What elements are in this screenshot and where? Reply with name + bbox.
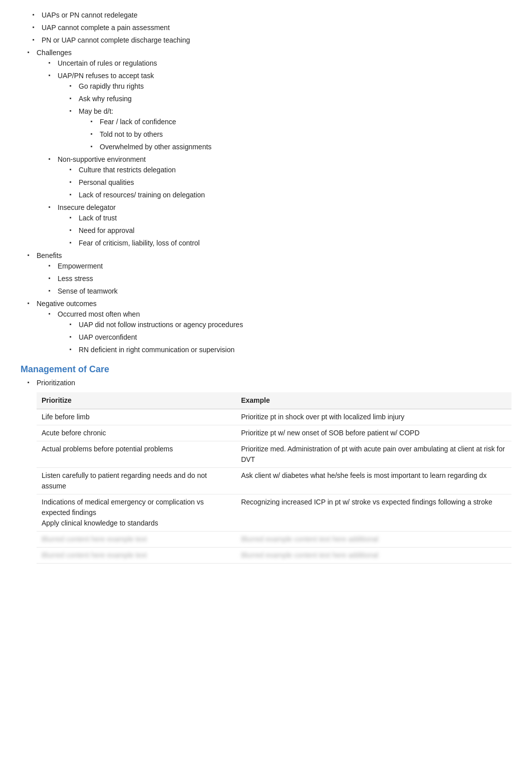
challenges-section: Challenges Uncertain of rules or regulat… xyxy=(21,48,511,248)
table-cell: Blurred content here example text xyxy=(37,548,236,564)
list-item: Ask why refusing xyxy=(68,94,511,104)
table-col2-header: Example xyxy=(236,392,511,409)
sub-list: Lack of trust Need for approval Fear of … xyxy=(58,213,511,248)
table-row: Indications of medical emergency or comp… xyxy=(37,494,511,532)
challenges-heading-item: Challenges Uncertain of rules or regulat… xyxy=(26,48,511,248)
list-item: Lack of resources/ training on delegatio… xyxy=(68,190,511,200)
list-item: May be d/t: Fear / lack of confidence To… xyxy=(68,106,511,152)
list-item: Less stress xyxy=(47,274,511,284)
list-item: Uncertain of rules or regulations xyxy=(47,58,511,69)
list-item: Occurred most often when UAP did not fol… xyxy=(47,309,511,355)
list-item: UAP/PN refuses to accept task Go rapidly… xyxy=(47,71,511,152)
prioritization-item: Prioritization Prioritize Example Life b… xyxy=(26,378,511,564)
table-cell: Recognizing increased ICP in pt w/ strok… xyxy=(236,494,511,532)
table-cell: Indications of medical emergency or comp… xyxy=(37,494,236,532)
list-item: Empowerment xyxy=(47,261,511,272)
table-cell: Prioritize med. Administration of pt wit… xyxy=(236,441,511,468)
sub-list: UAP did not follow instructions or agenc… xyxy=(58,320,511,355)
sub-list: Go rapidly thru rights Ask why refusing … xyxy=(58,81,511,152)
negative-heading-item: Negative outcomes Occurred most often wh… xyxy=(26,299,511,355)
table-cell: Prioritize pt w/ new onset of SOB before… xyxy=(236,425,511,441)
table-row: Blurred content here example textBlurred… xyxy=(37,532,511,548)
table-cell: Acute before chronic xyxy=(37,425,236,441)
list-item: Personal qualities xyxy=(68,177,511,188)
table-cell: Prioritize pt in shock over pt with loca… xyxy=(236,409,511,425)
benefits-section: Benefits Empowerment Less stress Sense o… xyxy=(21,250,511,297)
list-item: Fear of criticism, liability, loss of co… xyxy=(68,238,511,248)
list-item: Overwhelmed by other assignments xyxy=(89,142,511,152)
challenges-label: Challenges xyxy=(37,49,72,57)
negative-list: Occurred most often when UAP did not fol… xyxy=(37,309,511,355)
table-row: Listen carefully to patient regarding ne… xyxy=(37,468,511,494)
list-item: Lack of trust xyxy=(68,213,511,223)
table-cell: Blurred example content text here additi… xyxy=(236,548,511,564)
list-item: UAP did not follow instructions or agenc… xyxy=(68,320,511,330)
prioritization-section: Prioritization Prioritize Example Life b… xyxy=(21,378,511,564)
list-item: PN or UAP cannot complete discharge teac… xyxy=(31,35,511,46)
table-cell: Listen carefully to patient regarding ne… xyxy=(37,468,236,494)
table-cell: Blurred example content text here additi… xyxy=(236,532,511,548)
list-item: Need for approval xyxy=(68,225,511,236)
list-item: UAPs or PN cannot redelegate xyxy=(31,10,511,21)
list-item: UAP overconfident xyxy=(68,332,511,343)
list-item: RN deficient in right communication or s… xyxy=(68,345,511,355)
table-row: Life before limbPrioritize pt in shock o… xyxy=(37,409,511,425)
list-item: Sense of teamwork xyxy=(47,286,511,297)
list-item: Non-supportive environment Culture that … xyxy=(47,154,511,200)
list-item: Go rapidly thru rights xyxy=(68,81,511,92)
prioritization-table: Prioritize Example Life before limbPrior… xyxy=(37,392,511,564)
list-item: UAP cannot complete a pain assessment xyxy=(31,23,511,33)
table-row: Blurred content here example textBlurred… xyxy=(37,548,511,564)
list-item: Told not to by others xyxy=(89,129,511,140)
prioritization-label: Prioritization xyxy=(37,379,75,387)
table-row: Acute before chronicPrioritize pt w/ new… xyxy=(37,425,511,441)
table-cell: Actual problems before potential problem… xyxy=(37,441,236,468)
benefits-label: Benefits xyxy=(37,251,62,259)
top-bullets-list: UAPs or PN cannot redelegate UAP cannot … xyxy=(21,10,511,46)
table-cell: Life before limb xyxy=(37,409,236,425)
list-item: Fear / lack of confidence xyxy=(89,117,511,127)
sub-sub-list: Fear / lack of confidence Told not to by… xyxy=(79,117,511,152)
list-item: Culture that restricts delegation xyxy=(68,165,511,175)
table-cell: Ask client w/ diabetes what he/she feels… xyxy=(236,468,511,494)
negative-section: Negative outcomes Occurred most often wh… xyxy=(21,299,511,355)
page-content: UAPs or PN cannot redelegate UAP cannot … xyxy=(21,10,511,564)
sub-list: Culture that restricts delegation Person… xyxy=(58,165,511,200)
challenges-list: Uncertain of rules or regulations UAP/PN… xyxy=(37,58,511,248)
list-item: Insecure delegator Lack of trust Need fo… xyxy=(47,202,511,248)
management-heading: Management of Care xyxy=(21,364,511,375)
table-row: Actual problems before potential problem… xyxy=(37,441,511,468)
benefits-list: Empowerment Less stress Sense of teamwor… xyxy=(37,261,511,297)
table-col1-header: Prioritize xyxy=(37,392,236,409)
negative-label: Negative outcomes xyxy=(37,300,97,308)
table-cell: Blurred content here example text xyxy=(37,532,236,548)
benefits-heading-item: Benefits Empowerment Less stress Sense o… xyxy=(26,250,511,297)
